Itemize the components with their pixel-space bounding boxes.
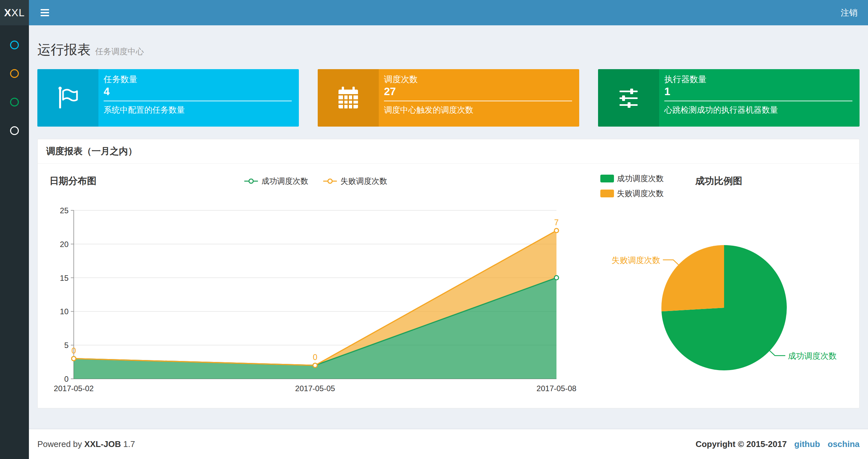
- info-box-value: 1: [664, 86, 852, 98]
- info-box-content: 执行器数量 1 心跳检测成功的执行器机器数量: [659, 69, 860, 127]
- legend-label: 成功调度次数: [261, 176, 308, 186]
- brand-version: 1.7: [123, 439, 135, 449]
- footer: Powered by XXL-JOB 1.7 Copyright © 2015-…: [29, 429, 868, 459]
- legend-label: 失败调度次数: [617, 188, 664, 199]
- content-wrapper: 运行报表任务调度中心 任务数量 4 系统中配置的任务数量: [29, 25, 868, 459]
- legend-label: 成功调度次数: [617, 173, 664, 184]
- footer-right: Copyright © 2015-2017 github oschina: [695, 439, 860, 449]
- info-box-jobs: 任务数量 4 系统中配置的任务数量: [37, 69, 299, 127]
- fail-point-label: 7: [554, 218, 559, 227]
- page-title: 运行报表任务调度中心: [37, 42, 860, 59]
- line-legend-marker-icon: [322, 178, 338, 185]
- info-box-content: 调度次数 27 调度中心触发的调度次数: [379, 69, 579, 127]
- divider: [384, 101, 572, 101]
- pie-leader-line: [770, 351, 785, 356]
- hamburger-bar: [41, 9, 49, 10]
- info-box-row: 任务数量 4 系统中配置的任务数量: [37, 69, 860, 127]
- oschina-link[interactable]: oschina: [828, 439, 860, 449]
- circle-icon: [10, 98, 19, 106]
- copyright-text: Copyright © 2015-2017: [695, 439, 787, 449]
- calendar-icon: [318, 69, 379, 127]
- info-box-desc: 心跳检测成功的执行器机器数量: [664, 105, 852, 114]
- y-axis-tick-label: 5: [64, 341, 68, 350]
- info-box-triggers: 调度次数 27 调度中心触发的调度次数: [318, 69, 579, 127]
- legend-label: 失败调度次数: [340, 176, 387, 186]
- info-box-content: 任务数量 4 系统中配置的任务数量: [98, 69, 299, 127]
- y-axis-tick-label: 15: [60, 274, 68, 283]
- sidebar-item-log[interactable]: [0, 59, 29, 88]
- navbar-main: 注销: [29, 0, 868, 25]
- pie-chart-legend: 成功调度次数 失败调度次数: [600, 173, 664, 199]
- pie-callout-label: 失败调度次数: [612, 256, 660, 265]
- panel-title: 调度报表（一月之内）: [38, 139, 859, 164]
- fail-point-label: 0: [313, 353, 317, 362]
- github-link[interactable]: github: [794, 439, 820, 449]
- sliders-icon: [598, 69, 659, 127]
- success-point-marker: [555, 275, 559, 280]
- info-box-executors: 执行器数量 1 心跳检测成功的执行器机器数量: [598, 69, 860, 127]
- sidebar-item-report[interactable]: [0, 31, 29, 59]
- info-box-desc: 调度中心触发的调度次数: [384, 105, 572, 114]
- charts-canvas: 05101520252017-05-022017-05-052017-05-08…: [38, 164, 859, 408]
- flag-icon: [37, 69, 98, 127]
- hamburger-bar: [41, 15, 49, 16]
- legend-item-fail[interactable]: 失败调度次数: [322, 176, 387, 186]
- info-box-title: 调度次数: [384, 74, 572, 84]
- pie-callout-label: 成功调度次数: [788, 351, 836, 360]
- powered-by: Powered by XXL-JOB 1.7: [37, 439, 135, 449]
- x-axis-tick-label: 2017-05-02: [54, 384, 94, 393]
- pie-slice-1: [661, 245, 724, 311]
- info-box-title: 任务数量: [104, 74, 292, 84]
- y-axis-tick-label: 10: [60, 307, 68, 316]
- sidebar-item-job[interactable]: [0, 88, 29, 116]
- pie-legend-swatch-icon: [600, 175, 614, 183]
- pie-legend-swatch-icon: [600, 190, 614, 197]
- hamburger-bar: [41, 12, 49, 13]
- y-axis-tick-label: 0: [64, 374, 68, 383]
- sidebar-toggle-icon[interactable]: [39, 6, 50, 19]
- logout-link[interactable]: 注销: [841, 7, 858, 19]
- legend-item-success[interactable]: 成功调度次数: [600, 173, 664, 184]
- fail-point-marker: [555, 229, 559, 233]
- page-header: 运行报表任务调度中心: [37, 42, 860, 59]
- pie-chart-title: 成功比例图: [695, 175, 742, 188]
- x-axis-tick-label: 2017-05-05: [295, 384, 335, 393]
- top-navbar: XXL 注销: [0, 0, 868, 25]
- line-legend-marker-icon: [244, 178, 258, 185]
- divider: [664, 101, 852, 101]
- x-axis-tick-label: 2017-05-08: [537, 384, 577, 393]
- brand-name: XXL-JOB: [85, 439, 121, 449]
- divider: [104, 101, 292, 101]
- info-box-value: 27: [384, 86, 572, 98]
- logo-text-bold: X: [4, 7, 11, 19]
- info-box-title: 执行器数量: [664, 74, 852, 84]
- legend-item-fail[interactable]: 失败调度次数: [600, 188, 664, 199]
- line-chart-legend: 成功调度次数 失败调度次数: [74, 176, 557, 186]
- page-subtitle: 任务调度中心: [95, 47, 144, 56]
- powered-prefix: Powered by: [37, 439, 82, 449]
- info-box-value: 4: [104, 86, 292, 98]
- fail-point-marker: [313, 363, 317, 367]
- page-title-text: 运行报表: [37, 42, 91, 57]
- report-panel: 调度报表（一月之内） 日期分布图 成功调度次数 失败调度次数 成功调度次数: [37, 139, 860, 408]
- pie-leader-line: [663, 260, 679, 265]
- panel-body: 日期分布图 成功调度次数 失败调度次数 成功调度次数 失败调: [38, 164, 859, 408]
- y-axis-tick-label: 20: [60, 240, 68, 249]
- legend-item-success[interactable]: 成功调度次数: [244, 176, 308, 186]
- circle-icon: [10, 40, 19, 50]
- app-logo[interactable]: XXL: [0, 0, 29, 25]
- fail-point-label: 0: [71, 346, 76, 355]
- info-box-desc: 系统中配置的任务数量: [104, 105, 292, 114]
- logo-text: XL: [11, 7, 25, 19]
- sidebar: [0, 25, 29, 459]
- circle-icon: [10, 126, 19, 135]
- y-axis-tick-label: 25: [60, 206, 68, 215]
- sidebar-item-other[interactable]: [0, 116, 29, 145]
- fail-point-marker: [72, 356, 76, 361]
- circle-icon: [10, 69, 19, 78]
